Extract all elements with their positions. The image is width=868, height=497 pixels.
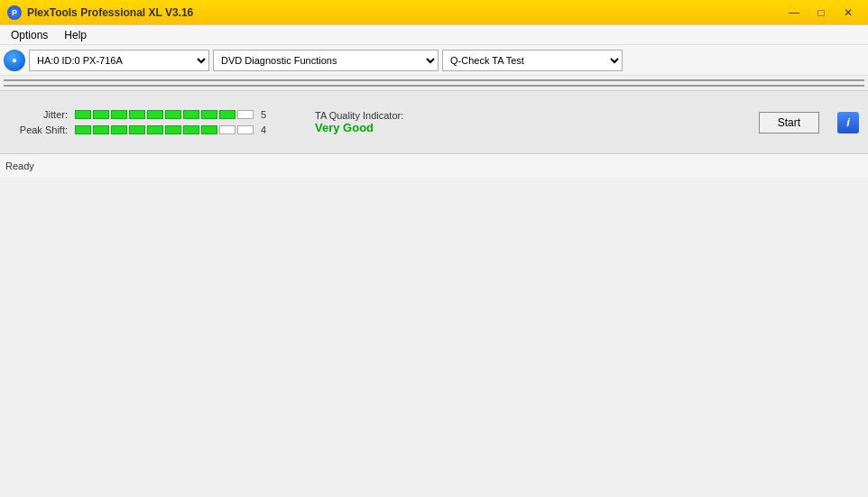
function-select[interactable]: DVD Diagnostic Functions	[213, 50, 439, 71]
title-bar: P PlexTools Professional XL V3.16 — □ ✕	[0, 0, 868, 25]
title-text: PlexTools Professional XL V3.16	[27, 6, 193, 19]
peak-shift-label: Peak Shift:	[9, 124, 68, 135]
restore-button[interactable]: □	[808, 4, 834, 22]
title-controls[interactable]: — □ ✕	[781, 4, 861, 22]
menu-help[interactable]: Help	[57, 27, 94, 43]
ta-quality-value: Very Good	[315, 121, 374, 134]
close-button[interactable]: ✕	[836, 4, 861, 22]
title-bar-left: P PlexTools Professional XL V3.16	[7, 5, 193, 20]
jitter-value: 5	[261, 109, 279, 120]
app-icon: P	[7, 5, 22, 20]
chart-area	[0, 76, 868, 90]
top-chart	[4, 79, 864, 81]
bottom-chart	[4, 85, 864, 87]
jitter-label: Jitter:	[9, 109, 68, 120]
start-button[interactable]: Start	[759, 112, 819, 133]
status-text: Ready	[5, 161, 34, 171]
menu-options[interactable]: Options	[4, 27, 55, 43]
toolbar: ● HA:0 ID:0 PX-716A DVD Diagnostic Funct…	[0, 45, 868, 76]
ta-quality-label: TA Quality Indicator:	[315, 110, 403, 121]
menu-bar: Options Help	[0, 25, 868, 45]
status-bar: Ready	[0, 153, 868, 177]
jitter-indicator	[75, 110, 254, 119]
peak-shift-row: Peak Shift: 4	[9, 124, 279, 135]
test-select[interactable]: Q-Check TA Test	[442, 50, 623, 71]
drive-select[interactable]: HA:0 ID:0 PX-716A	[29, 50, 209, 71]
peak-shift-indicator	[75, 125, 254, 134]
peak-shift-value: 4	[261, 124, 279, 135]
ta-quality-section: TA Quality Indicator: Very Good	[315, 110, 403, 134]
metrics-left: Jitter: 5 Peak Shift: 4	[9, 109, 279, 135]
jitter-row: Jitter: 5	[9, 109, 279, 120]
minimize-button[interactable]: —	[781, 4, 807, 22]
drive-icon: ●	[4, 50, 25, 71]
bottom-panel: Jitter: 5 Peak Shift: 4 TA Quality Indic…	[0, 90, 868, 153]
info-button[interactable]: i	[837, 112, 859, 133]
